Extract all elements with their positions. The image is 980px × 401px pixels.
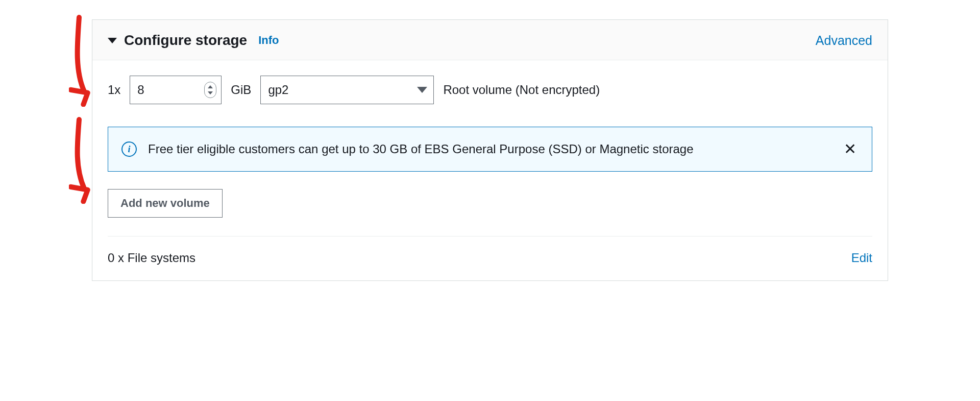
- close-icon[interactable]: ✕: [842, 139, 859, 159]
- filesystems-row: 0 x File systems Edit: [92, 237, 888, 280]
- advanced-link[interactable]: Advanced: [816, 33, 872, 48]
- volume-type-select[interactable]: gp2: [260, 76, 434, 104]
- stepper-up-icon: [208, 85, 213, 88]
- volume-description: Root volume (Not encrypted): [443, 83, 600, 97]
- configure-storage-panel: Configure storage Info Advanced 1x GiB g…: [92, 19, 888, 281]
- stepper-down-icon: [208, 91, 213, 95]
- root-volume-row: 1x GiB gp2 Root volume (Not encrypted): [108, 76, 872, 104]
- section-title: Configure storage: [124, 32, 247, 49]
- filesystems-edit-link[interactable]: Edit: [851, 251, 872, 265]
- header-left: Configure storage Info: [108, 32, 279, 49]
- volume-quantity-label: 1x: [108, 83, 120, 97]
- panel-body: 1x GiB gp2 Root volume (Not encrypted) i…: [92, 60, 888, 237]
- volume-type-selected-value: gp2: [268, 83, 288, 97]
- add-new-volume-button[interactable]: Add new volume: [108, 189, 223, 218]
- filesystems-count-label: 0 x File systems: [108, 251, 195, 265]
- info-banner-text: Free tier eligible customers can get up …: [148, 142, 830, 156]
- info-icon: i: [121, 141, 137, 157]
- collapse-caret-icon[interactable]: [108, 38, 117, 43]
- chevron-down-icon: [417, 87, 427, 93]
- volume-size-input-wrap: [130, 76, 222, 104]
- free-tier-info-banner: i Free tier eligible customers can get u…: [108, 127, 872, 172]
- volume-size-stepper[interactable]: [204, 82, 216, 98]
- volume-size-unit: GiB: [231, 83, 251, 97]
- info-link[interactable]: Info: [258, 34, 279, 47]
- panel-header: Configure storage Info Advanced: [92, 20, 888, 60]
